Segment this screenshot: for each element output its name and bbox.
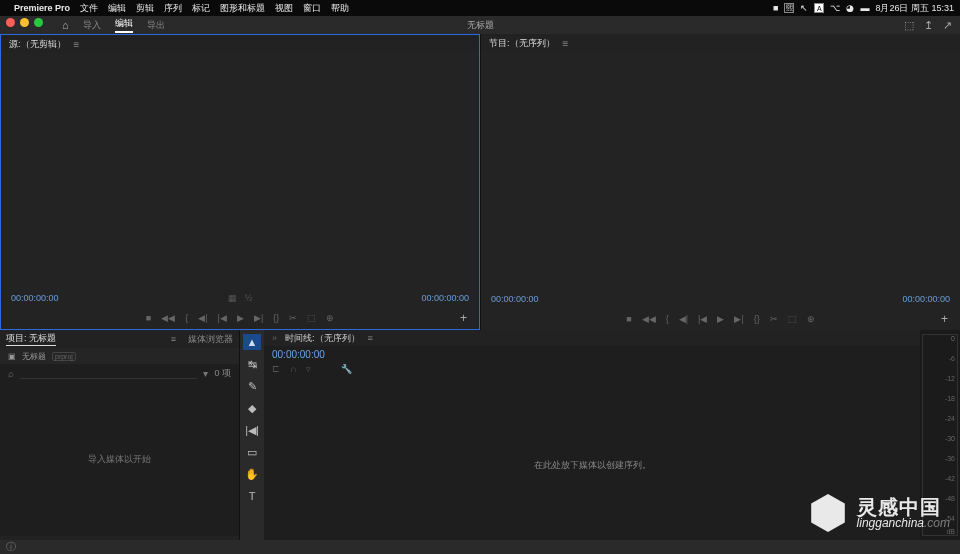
panel-menu-icon[interactable]: ≡ xyxy=(74,39,80,50)
fullscreen-icon[interactable]: ↗ xyxy=(943,19,952,32)
media-browser-tab[interactable]: 媒体浏览器 xyxy=(188,333,233,346)
new-bin-icon[interactable]: ▾ xyxy=(203,368,208,379)
snap-icon[interactable]: ⊏ xyxy=(272,364,280,374)
maximize-button[interactable] xyxy=(34,18,43,27)
mark-out-button[interactable]: ◀◀ xyxy=(642,314,656,324)
go-to-out-button[interactable]: {} xyxy=(273,313,279,323)
panel-menu-icon[interactable]: ≡ xyxy=(563,38,569,49)
info-icon[interactable]: ⓘ xyxy=(6,540,16,554)
razor-tool[interactable]: ◆ xyxy=(243,400,261,416)
extract-button[interactable]: ⬚ xyxy=(788,314,797,324)
battery-icon[interactable]: ▬ xyxy=(860,3,869,13)
selection-tool[interactable]: ▲ xyxy=(243,334,261,350)
share-icon[interactable]: ↥ xyxy=(924,19,933,32)
menu-view[interactable]: 视图 xyxy=(275,2,293,15)
input-indicator[interactable]: 熙 xyxy=(784,3,794,13)
menu-window[interactable]: 窗口 xyxy=(303,2,321,15)
timeline-tracks[interactable]: 在此处放下媒体以创建序列。 xyxy=(264,376,920,554)
input-indicator[interactable]: A xyxy=(814,3,824,13)
play-back-button[interactable]: |◀ xyxy=(698,314,707,324)
menu-sequence[interactable]: 序列 xyxy=(164,2,182,15)
step-fwd-button[interactable]: ▶| xyxy=(254,313,263,323)
go-to-in-button[interactable]: { xyxy=(666,314,669,324)
panel-menu-icon[interactable]: ≡ xyxy=(171,334,176,344)
source-monitor-panel: 源:（无剪辑） ≡ 00:00:00:00 ▦½ 00:00:00:00 ■ ◀… xyxy=(0,34,480,330)
search-input[interactable] xyxy=(20,368,197,379)
program-tc-in[interactable]: 00:00:00:00 xyxy=(491,294,539,304)
export-frame-button[interactable]: ⊕ xyxy=(326,313,334,323)
timeline-panel: » 时间线:（无序列） ≡ 00:00:00:00 ⊏ ∩ ▿ 🔧 在此处放下媒… xyxy=(264,330,920,554)
program-monitor-panel: 节目:（无序列） ≡ 00:00:00:00 00:00:00:00 ■ ◀◀ … xyxy=(480,34,960,330)
play-button[interactable]: ▶ xyxy=(717,314,724,324)
mark-in-button[interactable]: ■ xyxy=(626,314,631,324)
timeline-tab[interactable]: 时间线:（无序列） xyxy=(285,332,360,345)
step-back-button[interactable]: ◀| xyxy=(679,314,688,324)
mark-in-button[interactable]: ■ xyxy=(146,313,151,323)
project-file-icon: ▣ xyxy=(8,352,16,361)
bluetooth-icon[interactable]: ⌥ xyxy=(830,3,840,13)
marker-icon[interactable]: ▿ xyxy=(306,364,311,374)
workspace-tab-export[interactable]: 导出 xyxy=(147,19,165,32)
zoom-icon[interactable]: ½ xyxy=(245,293,253,303)
overwrite-button[interactable]: ⬚ xyxy=(307,313,316,323)
quick-export-icon[interactable]: ⬚ xyxy=(904,19,914,32)
button-editor-icon[interactable]: + xyxy=(941,312,948,326)
clock[interactable]: 8月26日 周五 15:31 xyxy=(875,2,954,15)
close-button[interactable] xyxy=(6,18,15,27)
program-tab[interactable]: 节目:（无序列） xyxy=(489,37,555,50)
ripple-edit-tool[interactable]: ✎ xyxy=(243,378,261,394)
linked-selection-icon[interactable]: ∩ xyxy=(290,364,296,374)
play-button[interactable]: ▶ xyxy=(237,313,244,323)
status-bar: ⓘ xyxy=(0,540,960,554)
source-tc-out[interactable]: 00:00:00:00 xyxy=(421,293,469,303)
step-fwd-button[interactable]: ▶| xyxy=(734,314,743,324)
menu-edit[interactable]: 编辑 xyxy=(108,2,126,15)
status-icon[interactable]: ↖ xyxy=(800,3,808,13)
source-tab[interactable]: 源:（无剪辑） xyxy=(9,38,66,51)
app-name[interactable]: Premiere Pro xyxy=(14,3,70,13)
track-select-tool[interactable]: ↹ xyxy=(243,356,261,372)
media-bin[interactable]: 导入媒体以开始 xyxy=(0,382,239,536)
go-to-out-button[interactable]: {} xyxy=(754,314,760,324)
step-back-button[interactable]: ◀| xyxy=(198,313,207,323)
mark-out-button[interactable]: ◀◀ xyxy=(161,313,175,323)
menu-file[interactable]: 文件 xyxy=(80,2,98,15)
panel-menu-icon[interactable]: ≡ xyxy=(368,333,373,343)
macos-menubar: Premiere Pro 文件 编辑 剪辑 序列 标记 图形和标题 视图 窗口 … xyxy=(0,0,960,16)
chevron-icon[interactable]: » xyxy=(272,333,277,343)
insert-button[interactable]: ✂ xyxy=(289,313,297,323)
audio-meter-panel: 0 -6 -12 -18 -24 -30 -36 -42 -48 -54 dB xyxy=(920,330,960,554)
status-icon[interactable]: ■ xyxy=(773,3,778,13)
button-editor-icon[interactable]: + xyxy=(460,311,467,325)
pen-tool[interactable]: ▭ xyxy=(243,444,261,460)
lift-button[interactable]: ✂ xyxy=(770,314,778,324)
minimize-button[interactable] xyxy=(20,18,29,27)
go-to-in-button[interactable]: { xyxy=(185,313,188,323)
fit-icon[interactable]: ▦ xyxy=(228,293,237,303)
export-frame-button[interactable]: ⊕ xyxy=(807,314,815,324)
source-tc-in[interactable]: 00:00:00:00 xyxy=(11,293,59,303)
settings-icon[interactable]: 🔧 xyxy=(341,364,352,374)
source-viewport[interactable] xyxy=(1,53,479,289)
workspace-tab-import[interactable]: 导入 xyxy=(83,19,101,32)
play-back-button[interactable]: |◀ xyxy=(218,313,227,323)
menu-clip[interactable]: 剪辑 xyxy=(136,2,154,15)
workspace-tab-edit[interactable]: 编辑 xyxy=(115,17,133,33)
program-tc-out[interactable]: 00:00:00:00 xyxy=(902,294,950,304)
type-tool[interactable]: T xyxy=(243,488,261,504)
project-tab[interactable]: 项目: 无标题 xyxy=(6,332,56,346)
wifi-icon[interactable]: ◕ xyxy=(846,3,854,13)
search-icon[interactable]: ⌕ xyxy=(8,368,14,379)
slip-tool[interactable]: |◀| xyxy=(243,422,261,438)
project-ext-badge: prproj xyxy=(52,352,76,361)
program-viewport[interactable] xyxy=(481,52,960,290)
menu-graphics[interactable]: 图形和标题 xyxy=(220,2,265,15)
home-icon[interactable]: ⌂ xyxy=(62,19,69,31)
menu-marker[interactable]: 标记 xyxy=(192,2,210,15)
timeline-timecode[interactable]: 00:00:00:00 xyxy=(264,346,920,362)
audio-meter[interactable]: 0 -6 -12 -18 -24 -30 -36 -42 -48 -54 dB xyxy=(922,334,958,536)
empty-hint: 在此处放下媒体以创建序列。 xyxy=(534,459,651,472)
hand-tool[interactable]: ✋ xyxy=(243,466,261,482)
item-count: 0 项 xyxy=(214,367,231,380)
menu-help[interactable]: 帮助 xyxy=(331,2,349,15)
